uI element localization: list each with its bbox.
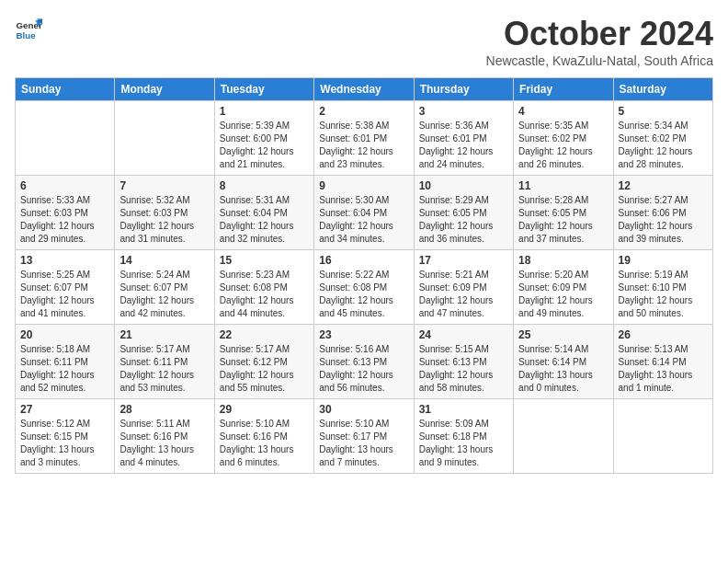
title-section: October 2024 Newcastle, KwaZulu-Natal, S…	[486, 15, 713, 68]
day-number: 26	[619, 328, 708, 341]
calendar-cell: 17Sunrise: 5:21 AM Sunset: 6:09 PM Dayli…	[414, 250, 513, 325]
calendar-table: SundayMondayTuesdayWednesdayThursdayFrid…	[15, 77, 713, 474]
day-info: Sunrise: 5:11 AM Sunset: 6:16 PM Dayligh…	[119, 418, 209, 469]
calendar-cell: 1Sunrise: 5:39 AM Sunset: 6:00 PM Daylig…	[214, 101, 313, 176]
weekday-header-saturday: Saturday	[613, 78, 712, 101]
calendar-cell: 4Sunrise: 5:35 AM Sunset: 6:02 PM Daylig…	[514, 101, 613, 176]
day-info: Sunrise: 5:32 AM Sunset: 6:03 PM Dayligh…	[119, 194, 209, 246]
day-info: Sunrise: 5:35 AM Sunset: 6:02 PM Dayligh…	[518, 120, 608, 171]
calendar-cell: 9Sunrise: 5:30 AM Sunset: 6:04 PM Daylig…	[314, 176, 414, 250]
day-number: 18	[518, 254, 608, 267]
day-info: Sunrise: 5:19 AM Sunset: 6:10 PM Dayligh…	[619, 269, 708, 320]
day-number: 24	[419, 328, 508, 341]
day-number: 16	[319, 254, 408, 267]
day-info: Sunrise: 5:09 AM Sunset: 6:18 PM Dayligh…	[419, 418, 508, 469]
calendar-cell	[613, 399, 712, 474]
day-info: Sunrise: 5:21 AM Sunset: 6:09 PM Dayligh…	[419, 269, 508, 320]
day-number: 11	[518, 179, 608, 192]
day-info: Sunrise: 5:29 AM Sunset: 6:05 PM Dayligh…	[419, 194, 508, 246]
day-info: Sunrise: 5:20 AM Sunset: 6:09 PM Dayligh…	[518, 269, 608, 320]
day-number: 9	[319, 179, 408, 192]
calendar-cell: 19Sunrise: 5:19 AM Sunset: 6:10 PM Dayli…	[613, 250, 712, 325]
day-number: 29	[220, 403, 309, 416]
calendar-cell	[115, 101, 214, 176]
calendar-cell: 22Sunrise: 5:17 AM Sunset: 6:12 PM Dayli…	[214, 325, 313, 399]
calendar-cell: 21Sunrise: 5:17 AM Sunset: 6:11 PM Dayli…	[115, 325, 214, 399]
calendar-week-3: 13Sunrise: 5:25 AM Sunset: 6:07 PM Dayli…	[16, 250, 713, 325]
day-number: 8	[220, 179, 309, 192]
day-number: 10	[419, 179, 508, 192]
calendar-cell: 27Sunrise: 5:12 AM Sunset: 6:15 PM Dayli…	[16, 399, 115, 474]
day-info: Sunrise: 5:24 AM Sunset: 6:07 PM Dayligh…	[119, 269, 209, 320]
location-title: Newcastle, KwaZulu-Natal, South Africa	[486, 53, 713, 68]
month-title: October 2024	[486, 15, 713, 53]
calendar-cell: 6Sunrise: 5:33 AM Sunset: 6:03 PM Daylig…	[16, 176, 115, 250]
day-info: Sunrise: 5:39 AM Sunset: 6:00 PM Dayligh…	[220, 120, 309, 171]
calendar-cell: 23Sunrise: 5:16 AM Sunset: 6:13 PM Dayli…	[314, 325, 414, 399]
day-info: Sunrise: 5:30 AM Sunset: 6:04 PM Dayligh…	[319, 194, 408, 246]
calendar-cell: 25Sunrise: 5:14 AM Sunset: 6:14 PM Dayli…	[514, 325, 613, 399]
weekday-header-friday: Friday	[514, 78, 613, 101]
day-number: 4	[518, 105, 608, 118]
day-info: Sunrise: 5:17 AM Sunset: 6:11 PM Dayligh…	[119, 343, 209, 395]
day-info: Sunrise: 5:12 AM Sunset: 6:15 PM Dayligh…	[20, 418, 109, 469]
day-number: 13	[20, 254, 109, 267]
weekday-header-sunday: Sunday	[16, 78, 115, 101]
calendar-week-4: 20Sunrise: 5:18 AM Sunset: 6:11 PM Dayli…	[16, 325, 713, 399]
calendar-cell: 15Sunrise: 5:23 AM Sunset: 6:08 PM Dayli…	[214, 250, 313, 325]
weekday-header-tuesday: Tuesday	[214, 78, 313, 101]
day-info: Sunrise: 5:34 AM Sunset: 6:02 PM Dayligh…	[619, 120, 708, 171]
day-number: 25	[518, 328, 608, 341]
day-number: 31	[419, 403, 508, 416]
day-number: 5	[619, 105, 708, 118]
day-number: 22	[220, 328, 309, 341]
calendar-cell: 31Sunrise: 5:09 AM Sunset: 6:18 PM Dayli…	[414, 399, 513, 474]
calendar-cell: 24Sunrise: 5:15 AM Sunset: 6:13 PM Dayli…	[414, 325, 513, 399]
day-number: 19	[619, 254, 708, 267]
day-info: Sunrise: 5:27 AM Sunset: 6:06 PM Dayligh…	[619, 194, 708, 246]
day-number: 21	[119, 328, 209, 341]
day-number: 23	[319, 328, 408, 341]
day-info: Sunrise: 5:18 AM Sunset: 6:11 PM Dayligh…	[20, 343, 109, 395]
calendar-cell: 28Sunrise: 5:11 AM Sunset: 6:16 PM Dayli…	[115, 399, 214, 474]
day-number: 12	[619, 179, 708, 192]
day-info: Sunrise: 5:17 AM Sunset: 6:12 PM Dayligh…	[220, 343, 309, 395]
day-number: 17	[419, 254, 508, 267]
calendar-cell: 13Sunrise: 5:25 AM Sunset: 6:07 PM Dayli…	[16, 250, 115, 325]
calendar-cell: 12Sunrise: 5:27 AM Sunset: 6:06 PM Dayli…	[613, 176, 712, 250]
day-number: 20	[20, 328, 109, 341]
day-number: 3	[419, 105, 508, 118]
calendar-cell	[16, 101, 115, 176]
calendar-cell: 7Sunrise: 5:32 AM Sunset: 6:03 PM Daylig…	[115, 176, 214, 250]
svg-text:Blue: Blue	[17, 30, 37, 40]
day-number: 15	[220, 254, 309, 267]
day-info: Sunrise: 5:23 AM Sunset: 6:08 PM Dayligh…	[220, 269, 309, 320]
calendar-cell: 14Sunrise: 5:24 AM Sunset: 6:07 PM Dayli…	[115, 250, 214, 325]
logo: General Blue	[15, 15, 42, 42]
calendar-cell: 5Sunrise: 5:34 AM Sunset: 6:02 PM Daylig…	[613, 101, 712, 176]
day-info: Sunrise: 5:15 AM Sunset: 6:13 PM Dayligh…	[419, 343, 508, 395]
calendar-cell: 20Sunrise: 5:18 AM Sunset: 6:11 PM Dayli…	[16, 325, 115, 399]
calendar-cell	[514, 399, 613, 474]
day-info: Sunrise: 5:33 AM Sunset: 6:03 PM Dayligh…	[20, 194, 109, 246]
day-number: 7	[119, 179, 209, 192]
calendar-cell: 26Sunrise: 5:13 AM Sunset: 6:14 PM Dayli…	[613, 325, 712, 399]
day-info: Sunrise: 5:25 AM Sunset: 6:07 PM Dayligh…	[20, 269, 109, 320]
day-number: 6	[20, 179, 109, 192]
day-info: Sunrise: 5:22 AM Sunset: 6:08 PM Dayligh…	[319, 269, 408, 320]
calendar-cell: 11Sunrise: 5:28 AM Sunset: 6:05 PM Dayli…	[514, 176, 613, 250]
day-info: Sunrise: 5:13 AM Sunset: 6:14 PM Dayligh…	[619, 343, 708, 395]
day-number: 2	[319, 105, 408, 118]
day-info: Sunrise: 5:38 AM Sunset: 6:01 PM Dayligh…	[319, 120, 408, 171]
calendar-cell: 3Sunrise: 5:36 AM Sunset: 6:01 PM Daylig…	[414, 101, 513, 176]
day-info: Sunrise: 5:10 AM Sunset: 6:16 PM Dayligh…	[220, 418, 309, 469]
day-info: Sunrise: 5:10 AM Sunset: 6:17 PM Dayligh…	[319, 418, 408, 469]
calendar-cell: 8Sunrise: 5:31 AM Sunset: 6:04 PM Daylig…	[214, 176, 313, 250]
weekday-header-thursday: Thursday	[414, 78, 513, 101]
calendar-week-2: 6Sunrise: 5:33 AM Sunset: 6:03 PM Daylig…	[16, 176, 713, 250]
calendar-cell: 2Sunrise: 5:38 AM Sunset: 6:01 PM Daylig…	[314, 101, 414, 176]
day-number: 14	[119, 254, 209, 267]
calendar-cell: 29Sunrise: 5:10 AM Sunset: 6:16 PM Dayli…	[214, 399, 313, 474]
calendar-cell: 30Sunrise: 5:10 AM Sunset: 6:17 PM Dayli…	[314, 399, 414, 474]
weekday-header-monday: Monday	[115, 78, 214, 101]
